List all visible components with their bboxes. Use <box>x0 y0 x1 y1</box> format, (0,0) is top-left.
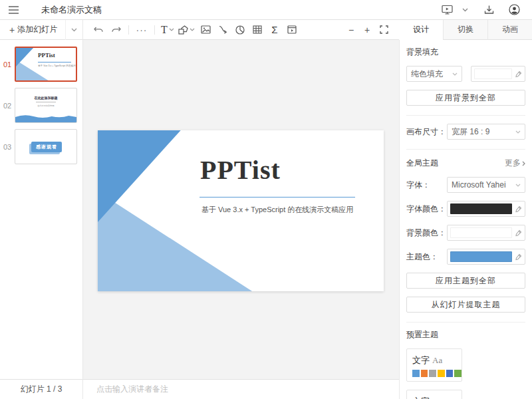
insert-image-button[interactable] <box>197 20 214 40</box>
chevron-down-icon <box>515 130 521 134</box>
export-button[interactable] <box>481 0 497 20</box>
more-tools-button[interactable]: ··· <box>133 20 150 40</box>
design-panel: 背景填充 纯色填充 应用背景到全部 画布尺寸： <box>399 40 532 399</box>
top-bar: 未命名演示文稿 <box>0 0 532 20</box>
font-label: 字体： <box>406 180 430 191</box>
insert-table-button[interactable] <box>249 20 266 40</box>
tab-animation[interactable]: 动画 <box>487 20 532 40</box>
shape-icon <box>178 25 188 35</box>
divider <box>406 322 525 323</box>
editor-canvas[interactable]: PPTist 基于 Vue 3.x + TypeScript 的在线演示文稿应用 <box>83 40 399 379</box>
insert-chart-button[interactable] <box>231 20 249 40</box>
fullscreen-icon <box>380 25 388 34</box>
notes-placeholder: 点击输入演讲者备注 <box>96 384 168 395</box>
zoom-in-button[interactable]: + <box>359 25 375 35</box>
font-select[interactable]: Microsoft Yahei <box>447 177 525 193</box>
preset-theme-card-2[interactable]: 文字Aa <box>406 390 462 399</box>
formula-icon: Σ <box>271 24 277 35</box>
present-icon <box>442 5 453 15</box>
color-swatch <box>450 203 512 214</box>
status-bar: 幻灯片 1 / 3 <box>0 379 83 399</box>
editing-toolbar: ··· T <box>83 20 399 40</box>
theme-background-color-picker[interactable] <box>447 225 525 241</box>
slide-thumbnail-3[interactable]: 03 感谢观看 <box>0 129 82 164</box>
slide-number: 01 <box>0 61 15 68</box>
line-arrow-icon <box>218 25 227 34</box>
slide-2-preview: 在此处添加标题 在此处添加副标题 <box>15 88 77 123</box>
menu-icon <box>9 6 19 14</box>
divider <box>406 149 525 150</box>
zoom-out-button[interactable]: − <box>343 25 359 35</box>
eyedropper-icon <box>515 229 522 237</box>
add-slide-toolbar: + 添加幻灯片 <box>0 20 83 40</box>
mini-slide-title: PPTist <box>38 52 55 59</box>
theme-color-picker[interactable] <box>447 249 525 265</box>
present-button[interactable] <box>439 0 456 20</box>
insert-text-button[interactable]: T <box>159 20 176 40</box>
slide-counter: 幻灯片 1 / 3 <box>21 384 63 395</box>
document-title[interactable]: 未命名演示文稿 <box>41 4 102 16</box>
image-icon <box>201 25 211 34</box>
pie-chart-icon <box>235 25 245 35</box>
theme-background-color-label: 背景颜色： <box>406 227 446 239</box>
slide-thumbnail-panel: 01 PPTist 基于 Vue 3.x + TypeScript 的在线演示文… <box>0 40 83 379</box>
divider <box>406 115 525 116</box>
plus-icon: + <box>9 25 15 35</box>
undo-button[interactable] <box>90 20 107 40</box>
media-icon <box>287 25 297 34</box>
undo-icon <box>94 26 104 34</box>
preset-theme-card-1[interactable]: 文字Aa <box>406 348 462 382</box>
apply-theme-all-button[interactable]: 应用主题到全部 <box>406 273 525 289</box>
main-menu-button[interactable] <box>0 0 27 20</box>
preset-theme-grid: 文字Aa 文字Aa <box>406 348 525 399</box>
panel-tab-bar: 设计 切换 动画 <box>399 20 532 40</box>
insert-line-button[interactable] <box>214 20 231 40</box>
ellipsis-icon: ··· <box>136 25 148 35</box>
toolbar-separator <box>154 25 155 35</box>
present-dropdown-button[interactable] <box>460 0 471 20</box>
speaker-notes-input[interactable]: 点击输入演讲者备注 <box>83 379 399 399</box>
title-divider-line[interactable] <box>200 197 355 198</box>
chevron-down-icon <box>452 72 458 76</box>
slide-thumbnail-1[interactable]: 01 PPTist 基于 Vue 3.x + TypeScript 的在线演示文… <box>0 47 82 82</box>
fit-screen-button[interactable] <box>375 20 392 40</box>
canvas-size-select[interactable]: 宽屏 16 : 9 <box>447 124 525 140</box>
slide-title-text[interactable]: PPTist <box>200 154 281 186</box>
color-swatch <box>450 227 512 238</box>
pptist-app: 未命名演示文稿 <box>0 0 532 399</box>
fill-type-select[interactable]: 纯色填充 <box>406 66 462 82</box>
wave-shape <box>15 113 76 122</box>
insert-shape-button[interactable] <box>176 20 197 40</box>
add-slide-label: 添加幻灯片 <box>17 24 57 35</box>
account-button[interactable] <box>506 0 523 20</box>
user-icon <box>509 4 520 15</box>
font-color-picker[interactable] <box>447 201 525 217</box>
mini-divider-line <box>38 62 71 63</box>
eyedropper-icon <box>515 253 522 261</box>
background-color-picker[interactable] <box>471 66 525 82</box>
insert-formula-button[interactable]: Σ <box>266 20 283 40</box>
table-icon <box>253 25 262 34</box>
canvas-size-label: 画布尺寸： <box>406 126 446 138</box>
extract-theme-button[interactable]: 从幻灯片提取主题 <box>406 297 525 313</box>
add-slide-template-dropdown[interactable] <box>65 20 82 40</box>
current-slide[interactable]: PPTist 基于 Vue 3.x + TypeScript 的在线演示文稿应用 <box>98 130 384 291</box>
mini-slide-subtitle: 在此处添加副标题 <box>21 104 70 107</box>
slide-thumbnail-2[interactable]: 02 在此处添加标题 在此处添加副标题 <box>0 88 82 123</box>
tab-transition[interactable]: 切换 <box>443 20 487 40</box>
slide-subtitle-text[interactable]: 基于 Vue 3.x + TypeScript 的在线演示文稿应用 <box>201 205 353 215</box>
tab-design[interactable]: 设计 <box>399 20 443 40</box>
theme-more-link[interactable]: 更多 <box>505 158 525 169</box>
color-swatch <box>474 68 512 79</box>
redo-button[interactable] <box>107 20 124 40</box>
chevron-down-icon <box>515 184 521 187</box>
insert-media-button[interactable] <box>283 20 301 40</box>
chevron-right-icon <box>522 161 525 166</box>
add-slide-button[interactable]: + 添加幻灯片 <box>0 20 57 40</box>
slide-number: 02 <box>0 102 15 110</box>
apply-background-all-button[interactable]: 应用背景到全部 <box>406 90 525 106</box>
text-icon: T <box>161 24 168 36</box>
mini-slide-subtitle: 基于 Vue 3.x + TypeScript 的在线演示文稿应用 <box>38 64 71 67</box>
mini-slide-title: 在此处添加标题 <box>15 96 76 100</box>
chevron-down-icon <box>190 28 195 31</box>
